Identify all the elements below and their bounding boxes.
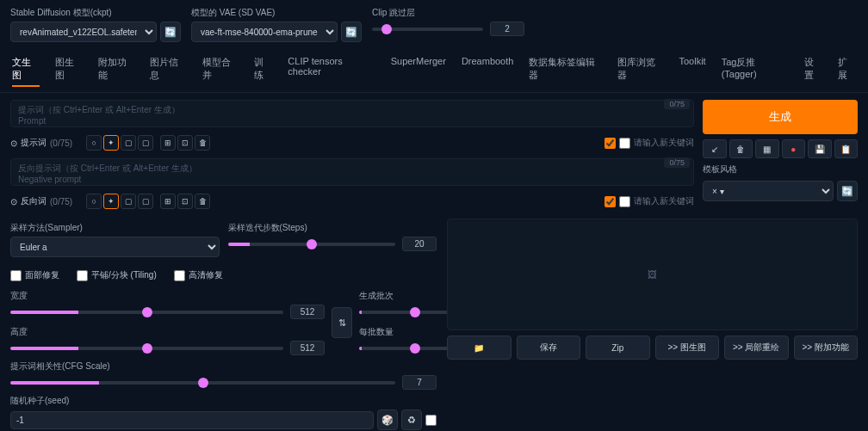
- to-extras-button[interactable]: >> 附加功能: [794, 336, 859, 360]
- save-button[interactable]: 保存: [517, 336, 581, 360]
- sampler-label: 采样方法(Sampler): [10, 222, 220, 234]
- tab-6[interactable]: CLIP tensors checker: [288, 52, 375, 87]
- neg-bar-toggle[interactable]: ⊙ 反向词 (0/75): [10, 195, 72, 207]
- to-inpaint-button[interactable]: >> 局部重绘: [724, 336, 789, 360]
- styles-label: 模板风格: [703, 163, 858, 175]
- hires-check[interactable]: [174, 270, 185, 281]
- neg-kw-check[interactable]: [604, 196, 616, 207]
- height-value[interactable]: 512: [290, 341, 325, 355]
- neg-prompt-textarea[interactable]: 0/75 反向提示词（按 Ctrl+Enter 或 Alt+Enter 生成） …: [10, 158, 694, 186]
- open-folder-button[interactable]: 📁: [447, 336, 512, 360]
- tab-8[interactable]: Dreambooth: [462, 52, 514, 87]
- tab-4[interactable]: 模型合并: [202, 52, 239, 87]
- swap-wh-icon[interactable]: ⇅: [332, 307, 352, 338]
- prompt-kw-check[interactable]: [604, 138, 616, 149]
- tab-2[interactable]: 附加功能: [98, 52, 134, 87]
- steps-slider[interactable]: [228, 243, 396, 246]
- tab-10[interactable]: 图库浏览器: [617, 52, 663, 87]
- tab-1[interactable]: 图生图: [55, 52, 83, 87]
- ckpt-refresh-icon[interactable]: 🔄: [160, 22, 181, 42]
- vae-refresh-icon[interactable]: 🔄: [341, 22, 362, 42]
- neg-tool-2-icon[interactable]: ✦: [103, 194, 119, 209]
- neg-tool-6-icon[interactable]: ⊡: [177, 194, 193, 209]
- prompt-bar-toggle[interactable]: ⊙ 提示词 (0/75): [10, 137, 72, 149]
- clip-label: Clip 跳过层: [372, 7, 524, 19]
- clip-skip-value: 2: [490, 22, 524, 36]
- tab-0[interactable]: 文生图: [12, 52, 40, 87]
- interrogate-arrow-icon[interactable]: ↙: [703, 139, 727, 158]
- extra-networks-icon[interactable]: ▦: [755, 139, 779, 158]
- prompt-counter: 0/75: [664, 99, 690, 109]
- seed-input[interactable]: [10, 411, 374, 429]
- prompt-tool-2-icon[interactable]: ✦: [103, 135, 119, 151]
- neg-tool-3-icon[interactable]: ▢: [121, 194, 136, 209]
- vae-select[interactable]: vae-ft-mse-840000-ema-pruned.safetensors: [191, 22, 338, 42]
- prompt-tool-1-icon[interactable]: ○: [86, 135, 102, 151]
- neg-tool-1-icon[interactable]: ○: [86, 194, 102, 209]
- zip-button[interactable]: Zip: [586, 336, 650, 360]
- seed-label: 随机种子(seed): [10, 395, 437, 407]
- cfg-label: 提示词相关性(CFG Scale): [10, 360, 437, 373]
- width-slider[interactable]: [10, 311, 283, 314]
- tab-14[interactable]: 扩展: [838, 52, 856, 87]
- batch-size-label: 每批数量: [359, 326, 437, 338]
- tab-12[interactable]: Tag反推(Tagger): [722, 52, 789, 87]
- styles-select[interactable]: × ▾: [703, 181, 834, 201]
- width-label: 宽度: [10, 290, 325, 302]
- cfg-slider[interactable]: [10, 381, 395, 385]
- save-style-icon[interactable]: 💾: [808, 139, 832, 158]
- stop-icon[interactable]: ●: [782, 139, 806, 158]
- neg-kw-check2[interactable]: [619, 196, 630, 207]
- vae-label: 模型的 VAE (SD VAE): [191, 7, 362, 19]
- seed-extra-check[interactable]: [425, 415, 437, 426]
- width-value[interactable]: 512: [290, 305, 325, 319]
- clear-icon[interactable]: 🗑: [729, 139, 753, 158]
- prompt-tool-5-icon[interactable]: ⊞: [160, 135, 176, 151]
- tab-9[interactable]: 数据集标签编辑器: [529, 52, 602, 87]
- neg-tool-5-icon[interactable]: ⊞: [160, 194, 176, 209]
- steps-value[interactable]: 20: [402, 237, 437, 251]
- tiling-check[interactable]: [77, 270, 88, 281]
- main-tabs: 文生图图生图附加功能图片信息模型合并训练CLIP tensors checker…: [0, 47, 868, 93]
- generate-button[interactable]: 生成: [703, 100, 858, 134]
- tab-13[interactable]: 设置: [804, 52, 822, 87]
- height-label: 高度: [10, 326, 325, 338]
- seed-random-icon[interactable]: 🎲: [377, 409, 398, 430]
- steps-label: 采样迭代步数(Steps): [228, 222, 437, 234]
- to-img2img-button[interactable]: >> 图生图: [655, 336, 720, 360]
- styles-refresh-icon[interactable]: 🔄: [837, 181, 858, 201]
- batch-count-label: 生成批次: [359, 290, 437, 302]
- prompt-textarea[interactable]: 0/75 提示词（按 Ctrl+Enter 或 Alt+Enter 生成） Pr…: [10, 100, 694, 127]
- apply-style-icon[interactable]: 📋: [834, 139, 859, 158]
- image-placeholder-icon: 🖼: [648, 269, 657, 280]
- prompt-kw-check2[interactable]: [619, 138, 630, 149]
- tab-11[interactable]: Toolkit: [679, 52, 705, 87]
- prompt-tool-6-icon[interactable]: ⊡: [177, 135, 193, 151]
- clip-skip-slider[interactable]: [372, 28, 483, 31]
- neg-counter: 0/75: [664, 157, 690, 168]
- height-slider[interactable]: [10, 347, 283, 350]
- face-restore-check[interactable]: [10, 270, 22, 281]
- ckpt-label: Stable Diffusion 模型(ckpt): [10, 7, 181, 19]
- prompt-tool-4-icon[interactable]: ▢: [138, 135, 153, 151]
- tab-7[interactable]: SuperMerger: [391, 52, 446, 87]
- ckpt-select[interactable]: revAnimated_v122EOL.safetensors [4199bcd…: [10, 22, 157, 42]
- prompt-tool-3-icon[interactable]: ▢: [121, 135, 136, 151]
- prompt-tool-7-icon[interactable]: 🗑: [195, 135, 210, 151]
- neg-tool-4-icon[interactable]: ▢: [138, 194, 153, 209]
- output-gallery[interactable]: 🖼: [447, 219, 858, 330]
- tab-3[interactable]: 图片信息: [150, 52, 186, 87]
- sampler-select[interactable]: Euler a: [10, 237, 220, 257]
- cfg-value[interactable]: 7: [402, 375, 437, 390]
- neg-tool-7-icon[interactable]: 🗑: [195, 194, 210, 209]
- seed-reuse-icon[interactable]: ♻: [401, 409, 422, 430]
- tab-5[interactable]: 训练: [254, 52, 272, 87]
